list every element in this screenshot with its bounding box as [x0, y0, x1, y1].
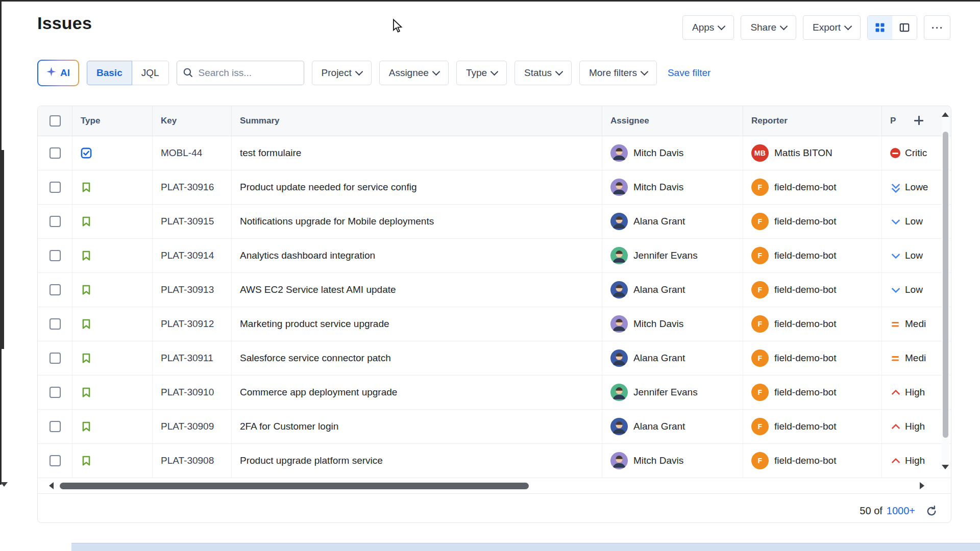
issue-key[interactable]: PLAT-30908 [153, 444, 232, 478]
reporter-cell[interactable]: F field-demo-bot [743, 307, 882, 341]
issue-key[interactable]: PLAT-30913 [153, 273, 232, 307]
table-row[interactable]: PLAT-30914 Analytics dashboard integrati… [38, 239, 951, 273]
assignee-cell[interactable]: Alana Grant [602, 273, 743, 307]
issue-summary[interactable]: AWS EC2 Service latest AMI update [232, 273, 602, 307]
detail-view-button[interactable] [892, 16, 917, 39]
jql-mode-tab[interactable]: JQL [132, 61, 169, 85]
table-vertical-scrollbar[interactable] [942, 111, 949, 470]
save-filter-link[interactable]: Save filter [668, 67, 710, 79]
table-row[interactable]: PLAT-30912 Marketing product service upg… [38, 307, 951, 341]
issue-summary[interactable]: Salesforce service connector patch [232, 341, 602, 375]
issue-key[interactable]: PLAT-30915 [153, 205, 232, 238]
project-filter-button[interactable]: Project [312, 61, 372, 85]
reporter-cell[interactable]: F field-demo-bot [743, 170, 882, 204]
vertical-scrollbar-thumb[interactable] [943, 132, 948, 438]
column-header-reporter[interactable]: Reporter [743, 106, 882, 136]
column-header-assignee[interactable]: Assignee [602, 106, 743, 136]
table-horizontal-scrollbar[interactable] [38, 478, 951, 493]
reporter-cell[interactable]: MB Mattis BITON [743, 136, 882, 170]
table-row[interactable]: PLAT-30916 Product update needed for ser… [38, 170, 951, 205]
priority-cell[interactable]: Low [882, 205, 951, 238]
table-row[interactable]: PLAT-30908 Product upgrade platform serv… [38, 444, 951, 478]
table-row[interactable]: PLAT-30913 AWS EC2 Service latest AMI up… [38, 273, 951, 307]
row-checkbox[interactable] [50, 455, 61, 466]
issue-key[interactable]: PLAT-30916 [153, 170, 232, 204]
issue-key[interactable]: PLAT-30910 [153, 375, 232, 409]
column-header-key[interactable]: Key [153, 106, 232, 136]
priority-cell[interactable]: Low [882, 273, 951, 307]
table-row[interactable]: PLAT-30915 Notifications upgrade for Mob… [38, 205, 951, 239]
row-checkbox[interactable] [50, 353, 61, 364]
list-view-button[interactable] [868, 16, 892, 39]
apps-button[interactable]: Apps [682, 15, 734, 40]
assignee-cell[interactable]: Alana Grant [602, 205, 743, 238]
priority-cell[interactable]: High [882, 410, 951, 443]
assignee-cell[interactable]: Alana Grant [602, 341, 743, 375]
priority-cell[interactable]: Medi [882, 307, 951, 341]
row-checkbox[interactable] [50, 318, 61, 330]
row-checkbox[interactable] [50, 387, 61, 398]
row-checkbox[interactable] [50, 147, 61, 159]
window-left-scrollbar-thumb[interactable] [0, 150, 4, 349]
priority-cell[interactable]: Medi [882, 341, 951, 375]
assignee-cell[interactable]: Mitch Davis [602, 307, 743, 341]
issue-key[interactable]: PLAT-30912 [153, 307, 232, 341]
issue-summary[interactable]: Commerce app deployment upgrade [232, 375, 602, 409]
window-scroll-down-arrow[interactable] [1, 480, 8, 489]
issue-summary[interactable]: test formulaire [232, 136, 602, 170]
priority-cell[interactable]: High [882, 375, 951, 409]
more-actions-button[interactable]: ⋯ [924, 15, 950, 40]
more-filters-button[interactable]: More filters [579, 61, 657, 85]
select-all-checkbox[interactable] [50, 115, 61, 127]
scroll-left-arrow[interactable] [49, 482, 54, 489]
assignee-cell[interactable]: Mitch Davis [602, 136, 743, 170]
issue-summary[interactable]: 2FA for Customer login [232, 410, 602, 443]
assignee-cell[interactable]: Mitch Davis [602, 444, 743, 478]
reporter-cell[interactable]: F field-demo-bot [743, 273, 882, 307]
reporter-cell[interactable]: F field-demo-bot [743, 375, 882, 409]
assignee-cell[interactable]: Mitch Davis [602, 170, 743, 204]
add-column-icon[interactable] [913, 115, 924, 126]
assignee-cell[interactable]: Jennifer Evans [602, 375, 743, 409]
column-header-type[interactable]: Type [72, 106, 153, 136]
ai-search-button[interactable]: AI [37, 60, 79, 86]
issue-summary[interactable]: Notifications upgrade for Mobile deploym… [232, 205, 602, 238]
export-button[interactable]: Export [803, 15, 861, 40]
share-button[interactable]: Share [741, 15, 796, 40]
issue-summary[interactable]: Product upgrade platform service [232, 444, 602, 478]
priority-cell[interactable]: High [882, 444, 951, 478]
assignee-filter-button[interactable]: Assignee [379, 61, 449, 85]
priority-cell[interactable]: Low [882, 239, 951, 272]
horizontal-scrollbar-thumb[interactable] [60, 483, 529, 489]
priority-cell[interactable]: Critic [882, 136, 951, 170]
reporter-cell[interactable]: F field-demo-bot [743, 444, 882, 478]
issue-summary[interactable]: Analytics dashboard integration [232, 239, 602, 272]
scroll-up-arrow[interactable] [942, 112, 949, 117]
search-input[interactable] [177, 61, 304, 85]
issue-key[interactable]: PLAT-30909 [153, 410, 232, 443]
table-row[interactable]: MOBL-44 test formulaire Mitch Davis MB M… [38, 136, 951, 170]
scroll-down-arrow[interactable] [942, 465, 949, 469]
type-filter-button[interactable]: Type [456, 61, 507, 85]
row-checkbox[interactable] [50, 284, 61, 295]
issue-summary[interactable]: Product update needed for service config [232, 170, 602, 204]
priority-cell[interactable]: Lowe [882, 170, 951, 204]
issue-summary[interactable]: Marketing product service upgrade [232, 307, 602, 341]
row-checkbox[interactable] [50, 182, 61, 193]
row-checkbox[interactable] [50, 250, 61, 261]
issue-key[interactable]: PLAT-30914 [153, 239, 232, 272]
row-checkbox[interactable] [50, 421, 61, 432]
column-header-summary[interactable]: Summary [232, 106, 602, 136]
reporter-cell[interactable]: F field-demo-bot [743, 239, 882, 272]
reporter-cell[interactable]: F field-demo-bot [743, 410, 882, 443]
column-header-priority[interactable]: P [882, 106, 951, 136]
assignee-cell[interactable]: Jennifer Evans [602, 239, 743, 272]
reporter-cell[interactable]: F field-demo-bot [743, 341, 882, 375]
basic-mode-tab[interactable]: Basic [87, 61, 132, 85]
issue-key[interactable]: PLAT-30911 [153, 341, 232, 375]
table-row[interactable]: PLAT-30909 2FA for Customer login Alana … [38, 410, 951, 444]
total-count-link[interactable]: 1000+ [887, 505, 915, 517]
assignee-cell[interactable]: Alana Grant [602, 410, 743, 443]
row-checkbox[interactable] [50, 216, 61, 227]
table-row[interactable]: PLAT-30911 Salesforce service connector … [38, 341, 951, 375]
